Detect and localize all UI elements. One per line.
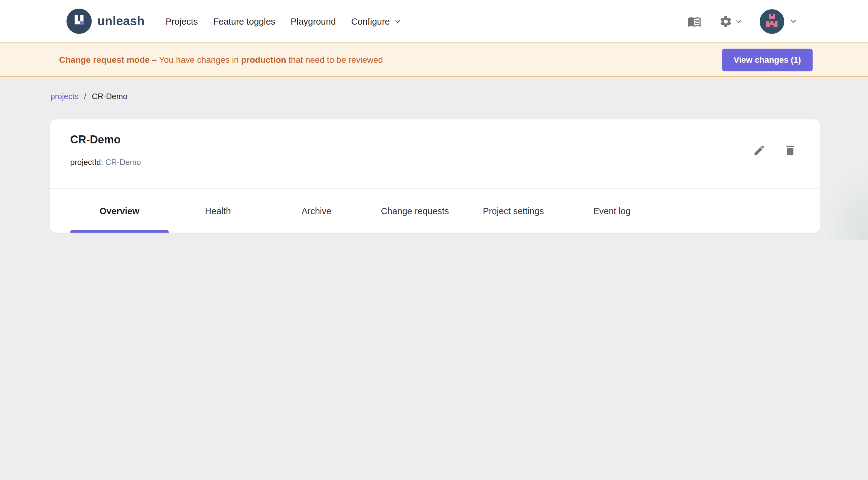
primary-nav: Projects Feature toggles Playground Conf… xyxy=(165,16,403,26)
docs-book-icon[interactable] xyxy=(688,14,701,28)
project-header: CR-Demo projectId: CR-Demo xyxy=(50,119,820,189)
breadcrumb-current: CR-Demo xyxy=(92,92,127,101)
tab-health[interactable]: Health xyxy=(169,189,267,233)
banner-message: Change request mode – You have changes i… xyxy=(59,55,383,65)
settings-gear-menu[interactable] xyxy=(719,14,744,28)
nav-feature-toggles[interactable]: Feature toggles xyxy=(213,16,276,26)
nav-configure-label: Configure xyxy=(351,16,390,26)
project-header-card: CR-Demo projectId: CR-Demo Overview Heal… xyxy=(50,119,820,233)
change-request-banner: Change request mode – You have changes i… xyxy=(0,42,868,77)
tab-change-requests[interactable]: Change requests xyxy=(366,189,464,233)
chevron-down-icon xyxy=(734,16,744,26)
unleash-logo-icon xyxy=(66,9,92,34)
project-id: projectId: CR-Demo xyxy=(70,158,141,167)
chevron-down-icon xyxy=(788,16,799,27)
nav-configure[interactable]: Configure xyxy=(351,16,403,26)
project-title: CR-Demo xyxy=(70,133,121,147)
active-tab-underline xyxy=(70,230,169,233)
breadcrumb: projects / CR-Demo xyxy=(51,92,127,101)
view-changes-button[interactable]: View changes (1) xyxy=(722,49,813,71)
banner-text-2: that need to be reviewed xyxy=(286,55,383,65)
tab-overview[interactable]: Overview xyxy=(70,189,169,233)
project-actions xyxy=(753,144,797,157)
banner-text-1: You have changes in xyxy=(157,55,241,65)
nav-playground[interactable]: Playground xyxy=(290,16,336,26)
banner-title: Change request mode – xyxy=(59,55,157,65)
delete-trash-icon[interactable] xyxy=(784,144,797,157)
breadcrumb-separator: / xyxy=(84,92,86,101)
tab-event-log[interactable]: Event log xyxy=(563,189,661,233)
tab-label: Archive xyxy=(302,206,332,216)
navbar-right xyxy=(688,9,799,34)
project-id-label: projectId: xyxy=(70,158,103,167)
tab-label: Project settings xyxy=(483,206,544,216)
tab-label: Change requests xyxy=(381,206,449,216)
nav-projects[interactable]: Projects xyxy=(165,16,198,26)
chevron-down-icon xyxy=(393,16,403,26)
tab-label: Overview xyxy=(100,206,140,216)
project-id-value: CR-Demo xyxy=(105,158,141,167)
gear-icon xyxy=(719,14,733,28)
tab-archive[interactable]: Archive xyxy=(267,189,366,233)
banner-environment: production xyxy=(241,55,286,65)
edit-pencil-icon[interactable] xyxy=(753,144,766,157)
project-tabs: Overview Health Archive Change requests … xyxy=(50,189,820,233)
unleash-logo[interactable]: unleash xyxy=(66,9,145,34)
tab-label: Event log xyxy=(593,206,631,216)
avatar xyxy=(760,9,784,34)
tab-label: Health xyxy=(205,206,231,216)
unleash-app: unleash Projects Feature toggles Playgro… xyxy=(0,0,868,240)
tab-project-settings[interactable]: Project settings xyxy=(464,189,563,233)
background-art xyxy=(820,129,868,240)
logo-wordmark: unleash xyxy=(97,14,145,28)
breadcrumb-projects-link[interactable]: projects xyxy=(51,92,79,101)
top-navbar: unleash Projects Feature toggles Playgro… xyxy=(0,0,868,42)
user-profile-menu[interactable] xyxy=(760,9,799,34)
